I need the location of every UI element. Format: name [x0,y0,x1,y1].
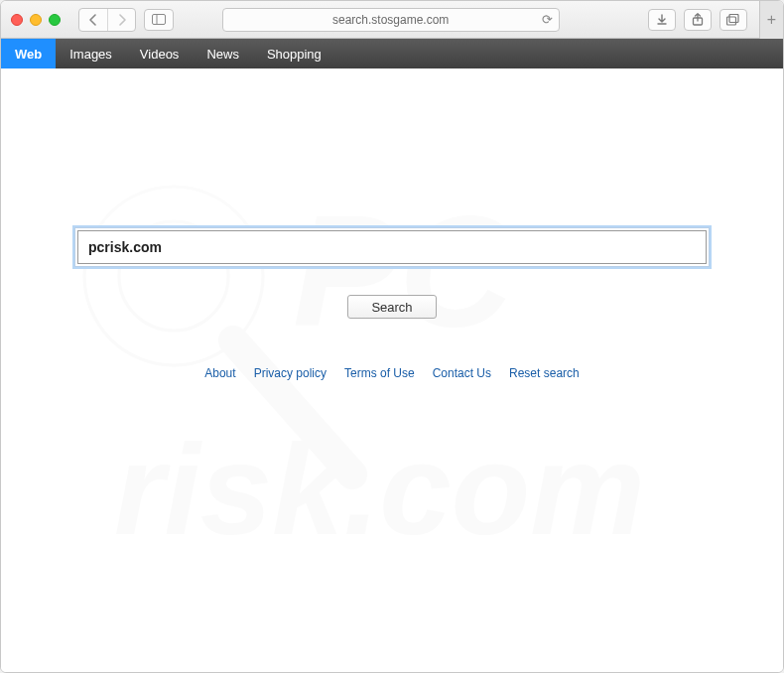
footer-link-contact[interactable]: Contact Us [433,366,491,380]
tab-label: Shopping [267,47,322,62]
tab-label: Images [69,47,112,62]
forward-button[interactable] [107,9,135,31]
footer-links: About Privacy policy Terms of Use Contac… [204,366,579,380]
footer-link-privacy[interactable]: Privacy policy [254,366,327,380]
search-input[interactable] [77,230,707,264]
traffic-lights [11,14,61,26]
search-input-wrap [74,227,710,267]
address-text: search.stosgame.com [332,13,449,27]
toolbar-right: + [648,9,773,31]
maximize-icon[interactable] [49,14,61,26]
svg-rect-3 [727,17,736,25]
reload-icon[interactable]: ⟳ [542,12,553,27]
minimize-icon[interactable] [30,14,42,26]
tab-label: News [206,47,239,62]
footer-link-reset[interactable]: Reset search [509,366,580,380]
search-category-tabs: Web Images Videos News Shopping [1,39,783,68]
close-icon[interactable] [11,14,23,26]
address-bar[interactable]: search.stosgame.com ⟳ [222,8,560,32]
footer-link-about[interactable]: About [204,366,235,380]
svg-rect-0 [153,15,166,25]
tab-news[interactable]: News [193,39,253,68]
search-button[interactable]: Search [347,295,437,319]
search-area: Search About Privacy policy Terms of Use… [1,227,783,380]
tab-label: Web [15,47,42,62]
sidebar-toggle-button[interactable] [144,9,174,31]
svg-text:risk.com: risk.com [114,417,645,562]
tab-label: Videos [140,47,180,62]
share-button[interactable] [684,9,712,31]
footer-link-terms[interactable]: Terms of Use [344,366,415,380]
new-tab-button[interactable]: + [759,1,783,39]
downloads-button[interactable] [648,9,676,31]
back-button[interactable] [79,9,107,31]
browser-window: search.stosgame.com ⟳ + [0,0,784,673]
nav-buttons [78,8,136,32]
svg-rect-4 [729,14,738,22]
tab-images[interactable]: Images [56,39,126,68]
page-content: PC risk.com Web Images Videos News Shopp… [1,39,783,672]
tab-videos[interactable]: Videos [126,39,194,68]
tab-shopping[interactable]: Shopping [253,39,335,68]
tabs-button[interactable] [719,9,747,31]
titlebar: search.stosgame.com ⟳ + [1,1,783,39]
tab-web[interactable]: Web [1,39,56,68]
